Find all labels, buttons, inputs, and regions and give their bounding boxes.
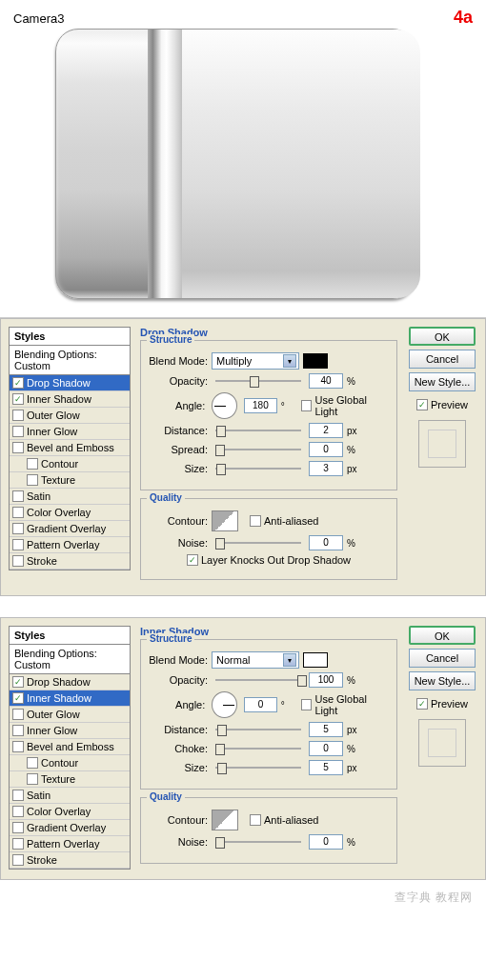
checkbox-icon[interactable] — [12, 854, 24, 866]
ok-button[interactable]: OK — [409, 626, 476, 645]
blending-options[interactable]: Blending Options: Custom — [9, 645, 131, 674]
structure-group: Structure Blend Mode: Multiply▾ Opacity:… — [140, 340, 397, 490]
params-column: Drop Shadow Structure Blend Mode: Multip… — [140, 327, 397, 588]
style-satin[interactable]: Satin — [10, 489, 130, 505]
params-column: Inner Shadow Structure Blend Mode: Norma… — [140, 626, 397, 871]
blending-options[interactable]: Blending Options: Custom — [9, 346, 131, 375]
style-gradient-overlay[interactable]: Gradient Overlay — [10, 521, 130, 537]
style-contour[interactable]: Contour — [10, 755, 130, 771]
checkbox-icon[interactable] — [187, 554, 198, 566]
spread-slider[interactable] — [215, 449, 301, 450]
checkbox-icon[interactable] — [27, 773, 38, 785]
contour-picker[interactable] — [212, 810, 238, 830]
checkbox-icon[interactable] — [250, 814, 261, 826]
checkbox-icon[interactable] — [27, 458, 38, 470]
checkbox-icon[interactable] — [12, 426, 24, 437]
color-swatch[interactable] — [303, 353, 328, 369]
noise-field[interactable]: 0 — [309, 535, 343, 550]
angle-field[interactable]: 180 — [244, 398, 277, 413]
size-field[interactable]: 5 — [309, 760, 343, 775]
style-inner-shadow[interactable]: Inner Shadow — [10, 690, 130, 707]
chevron-down-icon: ▾ — [283, 354, 296, 368]
style-inner-glow[interactable]: Inner Glow — [10, 424, 130, 440]
distance-field[interactable]: 5 — [309, 722, 343, 737]
checkbox-icon[interactable] — [12, 806, 24, 817]
noise-slider[interactable] — [215, 841, 301, 843]
checkbox-icon[interactable] — [12, 725, 24, 736]
checkbox-icon[interactable] — [12, 838, 24, 850]
style-satin[interactable]: Satin — [10, 788, 130, 804]
contour-picker[interactable] — [212, 510, 238, 531]
noise-slider[interactable] — [215, 542, 301, 544]
size-slider[interactable] — [215, 468, 301, 470]
color-swatch[interactable] — [303, 652, 328, 668]
checkbox-icon[interactable] — [416, 698, 428, 710]
button-column: OK Cancel New Style... Preview — [407, 626, 477, 871]
style-inner-shadow[interactable]: Inner Shadow — [10, 391, 130, 408]
angle-dial[interactable] — [212, 691, 237, 718]
angle-field[interactable]: 0 — [244, 697, 277, 712]
checkbox-icon[interactable] — [301, 699, 313, 710]
style-texture[interactable]: Texture — [10, 472, 130, 489]
style-drop-shadow[interactable]: Drop Shadow — [10, 674, 130, 690]
ok-button[interactable]: OK — [409, 327, 476, 346]
size-field[interactable]: 3 — [309, 461, 343, 476]
checkbox-icon[interactable] — [12, 410, 24, 421]
style-contour[interactable]: Contour — [10, 456, 130, 472]
noise-field[interactable]: 0 — [309, 834, 343, 850]
new-style-button[interactable]: New Style... — [409, 372, 476, 391]
style-outer-glow[interactable]: Outer Glow — [10, 707, 130, 723]
checkbox-icon[interactable] — [12, 692, 24, 704]
distance-slider[interactable] — [215, 729, 301, 730]
layer-name: Camera3 — [13, 11, 64, 26]
checkbox-icon[interactable] — [12, 822, 24, 833]
checkbox-icon[interactable] — [12, 539, 24, 550]
checkbox-icon[interactable] — [12, 523, 24, 534]
checkbox-icon[interactable] — [27, 757, 38, 769]
opacity-slider[interactable] — [215, 380, 301, 382]
opacity-field[interactable]: 40 — [309, 373, 343, 389]
checkbox-icon[interactable] — [12, 507, 24, 518]
opacity-slider[interactable] — [215, 679, 301, 681]
cancel-button[interactable]: Cancel — [409, 649, 476, 668]
angle-dial[interactable] — [212, 392, 237, 419]
checkbox-icon[interactable] — [12, 676, 24, 688]
checkbox-icon[interactable] — [12, 555, 24, 567]
style-gradient-overlay[interactable]: Gradient Overlay — [10, 820, 130, 836]
blend-mode-select[interactable]: Normal▾ — [212, 651, 299, 669]
checkbox-icon[interactable] — [12, 741, 24, 752]
choke-slider[interactable] — [215, 748, 301, 750]
checkbox-icon[interactable] — [27, 474, 38, 486]
distance-slider[interactable] — [215, 430, 301, 431]
style-drop-shadow[interactable]: Drop Shadow — [10, 375, 130, 391]
style-stroke[interactable]: Stroke — [10, 852, 130, 869]
style-texture[interactable]: Texture — [10, 771, 130, 788]
checkbox-icon[interactable] — [12, 442, 24, 453]
opacity-field[interactable]: 100 — [309, 672, 343, 688]
new-style-button[interactable]: New Style... — [409, 671, 476, 690]
style-bevel-emboss[interactable]: Bevel and Emboss — [10, 739, 130, 755]
checkbox-icon[interactable] — [12, 709, 24, 720]
styles-column: Styles Blending Options: Custom Drop Sha… — [9, 327, 131, 588]
style-inner-glow[interactable]: Inner Glow — [10, 723, 130, 739]
blend-mode-select[interactable]: Multiply▾ — [212, 352, 299, 370]
cancel-button[interactable]: Cancel — [409, 350, 476, 369]
distance-field[interactable]: 2 — [309, 423, 343, 438]
style-outer-glow[interactable]: Outer Glow — [10, 408, 130, 424]
checkbox-icon[interactable] — [12, 377, 24, 389]
style-stroke[interactable]: Stroke — [10, 553, 130, 570]
choke-field[interactable]: 0 — [309, 741, 343, 756]
style-color-overlay[interactable]: Color Overlay — [10, 804, 130, 820]
style-pattern-overlay[interactable]: Pattern Overlay — [10, 537, 130, 553]
style-color-overlay[interactable]: Color Overlay — [10, 505, 130, 521]
spread-field[interactable]: 0 — [309, 442, 343, 457]
checkbox-icon[interactable] — [12, 790, 24, 801]
style-bevel-emboss[interactable]: Bevel and Emboss — [10, 440, 130, 456]
checkbox-icon[interactable] — [301, 400, 313, 411]
style-pattern-overlay[interactable]: Pattern Overlay — [10, 836, 130, 852]
checkbox-icon[interactable] — [12, 393, 24, 405]
checkbox-icon[interactable] — [416, 399, 428, 410]
checkbox-icon[interactable] — [12, 490, 24, 502]
size-slider[interactable] — [215, 767, 301, 769]
checkbox-icon[interactable] — [250, 515, 261, 527]
